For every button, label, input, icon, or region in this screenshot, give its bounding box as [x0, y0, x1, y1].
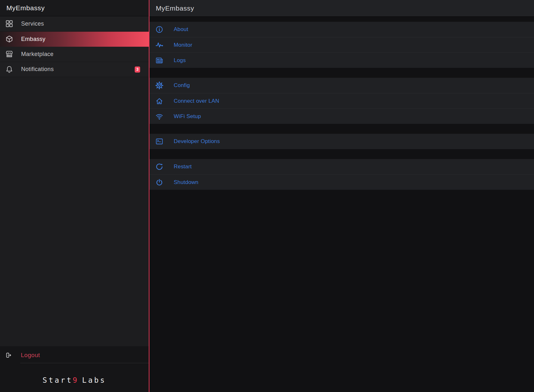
main-header: MyEmbassy [149, 0, 534, 17]
menu-item-label: Monitor [174, 42, 192, 48]
power-icon [155, 178, 163, 187]
menu-item-monitor[interactable]: Monitor [149, 37, 534, 52]
menu-item-label: Shutdown [174, 179, 198, 186]
sidebar-item-notifications[interactable]: Notifications 3 [0, 62, 149, 77]
grid-icon [5, 20, 13, 28]
bell-icon [5, 65, 13, 74]
info-icon [155, 25, 163, 34]
menu-item-about[interactable]: About [149, 22, 534, 37]
sidebar-body [0, 77, 149, 346]
main-area: MyEmbassy About Monitor [149, 0, 534, 392]
menu-group-settings: Config Connect over LAN WiFi Setup [149, 78, 534, 124]
footer-divider [20, 363, 149, 363]
gear-icon [155, 81, 163, 90]
menu-item-label: Config [174, 82, 190, 89]
sidebar-item-label: Services [21, 20, 44, 27]
storefront-icon [5, 50, 13, 58]
menu-item-label: WiFi Setup [174, 113, 201, 120]
brand-logo: Start9Labs [0, 376, 149, 384]
brand-text: Labs [82, 376, 106, 384]
sidebar-header: MyEmbassy [0, 0, 149, 16]
menu-item-label: Developer Options [174, 138, 220, 145]
page-title: MyEmbassy [156, 4, 194, 12]
logout-label: Logout [21, 352, 40, 359]
sidebar-nav: Services Embassy Marketplace [0, 16, 149, 77]
menu-item-developer-options[interactable]: Developer Options [149, 134, 534, 149]
sidebar: MyEmbassy Services Embassy [0, 0, 149, 392]
menu-item-label: About [174, 26, 188, 33]
notification-badge: 3 [135, 66, 140, 72]
menu-item-shutdown[interactable]: Shutdown [149, 174, 534, 190]
menu-item-connect-lan[interactable]: Connect over LAN [149, 93, 534, 108]
menu-group-developer: Developer Options [149, 134, 534, 149]
newspaper-icon [155, 56, 163, 65]
menu-group-system: About Monitor Logs [149, 22, 534, 68]
sidebar-footer: Logout Start9Labs [0, 346, 149, 392]
menu-item-label: Logs [174, 57, 186, 64]
menu-item-config[interactable]: Config [149, 78, 534, 93]
menu-group-power: Restart Shutdown [149, 159, 534, 190]
sidebar-title: MyEmbassy [6, 4, 45, 12]
pulse-icon [155, 41, 163, 49]
menu-item-label: Connect over LAN [174, 98, 219, 104]
sidebar-item-embassy[interactable]: Embassy [0, 32, 149, 47]
brand-text: Start [43, 376, 73, 384]
sidebar-item-marketplace[interactable]: Marketplace [0, 47, 149, 62]
log-out-icon [5, 352, 12, 359]
sidebar-item-label: Notifications [21, 66, 54, 73]
home-icon [155, 97, 163, 105]
menu-item-logs[interactable]: Logs [149, 52, 534, 68]
cube-icon [5, 35, 13, 43]
menu-item-wifi-setup[interactable]: WiFi Setup [149, 108, 534, 124]
menu-item-restart[interactable]: Restart [149, 159, 534, 174]
logout-button[interactable]: Logout [0, 348, 149, 363]
sidebar-item-services[interactable]: Services [0, 16, 149, 32]
sidebar-item-label: Embassy [21, 36, 45, 43]
refresh-icon [155, 163, 163, 171]
wifi-icon [155, 112, 163, 121]
terminal-icon [155, 137, 163, 146]
sidebar-item-label: Marketplace [21, 51, 53, 58]
brand-accent-digit: 9 [73, 376, 79, 384]
menu-item-label: Restart [174, 164, 192, 170]
